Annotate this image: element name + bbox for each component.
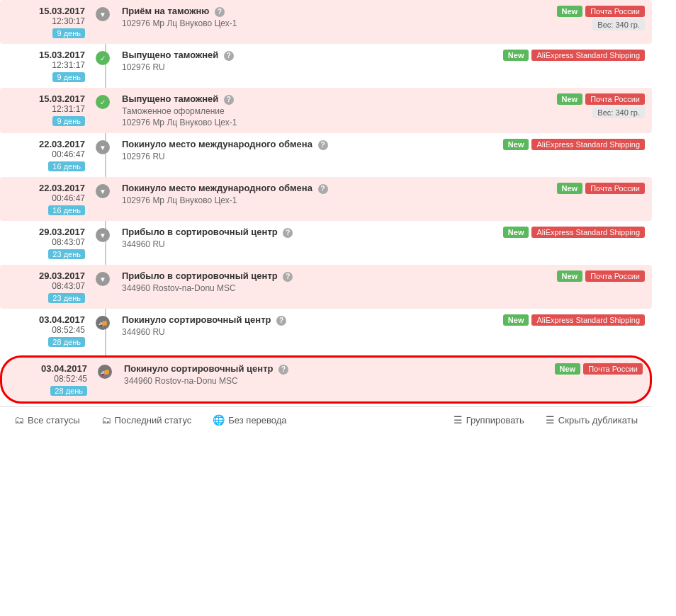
badge-new: New	[557, 93, 583, 105]
icon-col: ▼	[92, 183, 113, 198]
icon-col: ✓	[92, 93, 113, 109]
date-value: 15.03.2017	[0, 50, 85, 60]
badge-new: New	[503, 314, 529, 326]
date-col: 03.04.2017 08:52:45 28 день	[0, 314, 92, 347]
badge-new: New	[503, 227, 529, 238]
info-col: Прибыло в сортировочный центр ? 344960 R…	[113, 270, 496, 293]
arrow-icon: ▼	[96, 7, 110, 21]
day-badge: 16 день	[48, 205, 85, 215]
badge-row: New Почта России	[557, 93, 646, 105]
day-badge: 28 день	[48, 337, 85, 347]
event-title: Приём на таможню ?	[122, 6, 496, 17]
badge-row: New Почта России	[557, 6, 646, 17]
event-row: 22.03.2017 00:46:47 16 день ▼ Покинуло м…	[0, 133, 652, 177]
date-value: 29.03.2017	[0, 227, 85, 237]
all-statuses-label: Все статусы	[28, 415, 80, 426]
truck-icon: 🚚	[98, 365, 112, 379]
no-translation-label: Без перевода	[228, 415, 286, 426]
badge-weight-row: Вес: 340 гр.	[592, 107, 645, 118]
date-value: 03.04.2017	[2, 363, 87, 374]
date-col: 15.03.2017 12:31:17 9 день	[0, 50, 92, 82]
date-col: 03.04.2017 08:52:45 28 день	[2, 363, 94, 396]
event-title: Покинуло сортировочный центр ?	[124, 363, 494, 375]
badge-weight: Вес: 340 гр.	[592, 107, 645, 118]
event-subtitle: 344960 RU	[122, 327, 496, 337]
event-row: 29.03.2017 08:43:07 23 день ▼ Прибыло в …	[0, 221, 652, 265]
icon-col: 🚚	[92, 314, 113, 330]
icon-col: ▼	[92, 227, 113, 242]
badges-col: New AliExpress Standard Shipping	[496, 139, 652, 150]
event-row: 29.03.2017 08:43:07 23 день ▼ Прибыло в …	[0, 265, 652, 309]
day-badge: 9 день	[52, 116, 85, 126]
badge-row: New Почта России	[557, 270, 646, 282]
last-status-btn[interactable]: 🗂 Последний статус	[101, 414, 192, 426]
badge-row: New AliExpress Standard Shipping	[503, 314, 645, 326]
hide-duplicates-btn[interactable]: ☰ Скрыть дубликаты	[546, 414, 638, 426]
badges-col: New AliExpress Standard Shipping	[496, 314, 652, 326]
event-title: Покинуло сортировочный центр ?	[122, 314, 496, 326]
info-col: Выпущено таможней ? Таможенное оформлени…	[113, 93, 496, 127]
badge-row: New AliExpress Standard Shipping	[503, 50, 645, 61]
badge-carrier: AliExpress Standard Shipping	[531, 50, 645, 61]
day-badge: 23 день	[48, 293, 85, 303]
event-title: Выпущено таможней ?	[122, 50, 496, 61]
badges-col: New AliExpress Standard Shipping	[496, 227, 652, 238]
help-icon[interactable]: ?	[215, 7, 225, 17]
time-value: 00:46:47	[0, 193, 85, 203]
date-value: 15.03.2017	[0, 93, 85, 104]
badge-new: New	[503, 139, 529, 150]
badges-col: New Почта России Вес: 340 гр.	[496, 6, 652, 30]
info-col: Прибыло в сортировочный центр ? 344960 R…	[113, 227, 496, 249]
help-icon[interactable]: ?	[278, 365, 288, 375]
events-list: 15.03.2017 12:30:17 9 день ▼ Приём на та…	[0, 0, 652, 404]
badge-carrier: Почта России	[585, 93, 645, 105]
all-statuses-btn[interactable]: 🗂 Все статусы	[14, 414, 80, 426]
group-btn[interactable]: ☰ Группировать	[454, 414, 524, 426]
badges-col: New Почта России	[496, 183, 652, 194]
event-title: Прибыло в сортировочный центр ?	[122, 227, 496, 238]
timeline-container: 15.03.2017 12:30:17 9 день ▼ Приём на та…	[0, 0, 652, 440]
event-subtitle: 102976 RU	[122, 152, 496, 161]
help-icon[interactable]: ?	[283, 272, 293, 282]
group-icon: ☰	[454, 414, 463, 426]
badge-row: New Почта России	[557, 183, 646, 194]
all-statuses-icon: 🗂	[14, 414, 24, 426]
truck-icon: 🚚	[96, 316, 110, 330]
time-value: 12:31:17	[0, 104, 85, 114]
badge-carrier: Почта России	[585, 183, 645, 194]
event-subtitle: 344960 RU	[122, 239, 496, 249]
info-col: Покинуло место международного обмена ? 1…	[113, 139, 496, 161]
badge-new: New	[557, 183, 583, 194]
badge-new: New	[555, 363, 581, 375]
date-col: 29.03.2017 08:43:07 23 день	[0, 270, 92, 303]
badge-carrier: AliExpress Standard Shipping	[531, 139, 645, 150]
info-col: Покинуло место международного обмена ? 1…	[113, 183, 496, 205]
event-title: Покинуло место международного обмена ?	[122, 183, 496, 194]
arrow-icon: ▼	[96, 140, 110, 154]
help-icon[interactable]: ?	[283, 228, 293, 238]
badge-new: New	[557, 6, 583, 17]
last-status-icon: 🗂	[101, 414, 111, 426]
event-subtitle: 102976 Мр Лц Внуково Цех-1	[122, 18, 496, 28]
icon-col: ▼	[92, 6, 113, 21]
info-col: Покинуло сортировочный центр ? 344960 Ro…	[116, 363, 494, 386]
arrow-icon: ▼	[96, 272, 110, 286]
event-row: 03.04.2017 08:52:45 28 день 🚚 Покинуло с…	[0, 355, 652, 404]
event-row: 15.03.2017 12:31:17 9 день ✓ Выпущено та…	[0, 88, 652, 133]
event-title: Покинуло место международного обмена ?	[122, 139, 496, 150]
event-row: 03.04.2017 08:52:45 28 день 🚚 Покинуло с…	[0, 309, 652, 353]
icon-col: ▼	[92, 270, 113, 286]
help-icon[interactable]: ?	[318, 184, 328, 194]
help-icon[interactable]: ?	[224, 51, 234, 61]
date-value: 22.03.2017	[0, 183, 85, 193]
hide-duplicates-label: Скрыть дубликаты	[558, 415, 638, 426]
help-icon[interactable]: ?	[224, 95, 234, 105]
check-icon: ✓	[96, 51, 110, 65]
time-value: 08:52:45	[2, 374, 87, 384]
badge-row: New AliExpress Standard Shipping	[503, 139, 645, 150]
event-subtitle: 102976 Мр Лц Внуково Цех-1	[122, 118, 496, 127]
help-icon[interactable]: ?	[318, 140, 328, 150]
help-icon[interactable]: ?	[276, 316, 286, 326]
no-translation-btn[interactable]: 🌐 Без перевода	[213, 414, 286, 426]
badge-carrier: AliExpress Standard Shipping	[531, 227, 645, 238]
